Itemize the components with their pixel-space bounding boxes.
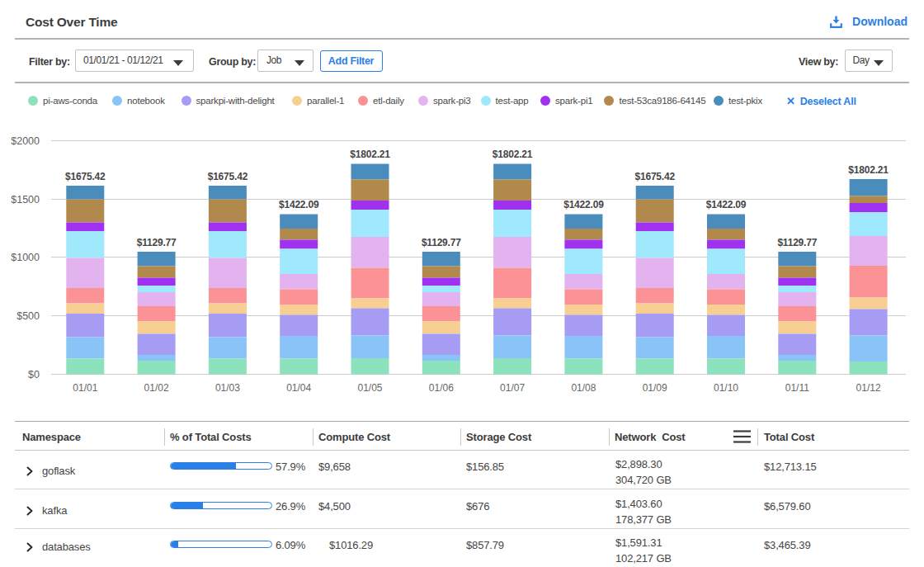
svg-text:$0: $0 [28, 369, 40, 380]
svg-text:01/07: 01/07 [500, 382, 525, 394]
svg-text:$1675.42: $1675.42 [65, 171, 106, 182]
svg-text:01/12: 01/12 [856, 382, 881, 394]
svg-text:$1802.21: $1802.21 [848, 164, 889, 176]
svg-text:$1129.77: $1129.77 [422, 237, 461, 248]
svg-text:$500: $500 [16, 310, 40, 322]
svg-text:$1500: $1500 [11, 194, 40, 206]
svg-text:$1129.77: $1129.77 [137, 237, 177, 248]
svg-text:01/01: 01/01 [73, 382, 97, 394]
svg-text:$1000: $1000 [11, 252, 40, 263]
svg-text:$2000: $2000 [11, 135, 40, 147]
svg-text:01/06: 01/06 [429, 382, 454, 394]
svg-text:01/11: 01/11 [785, 382, 809, 394]
svg-text:01/02: 01/02 [144, 382, 169, 394]
svg-text:$1422.09: $1422.09 [563, 199, 604, 210]
svg-text:$1675.42: $1675.42 [634, 171, 675, 182]
svg-text:01/04: 01/04 [286, 382, 311, 394]
svg-text:$1675.42: $1675.42 [208, 171, 248, 182]
svg-text:$1422.09: $1422.09 [706, 199, 747, 210]
svg-text:$1422.09: $1422.09 [279, 199, 319, 210]
svg-text:$1802.21: $1802.21 [493, 149, 533, 160]
svg-text:01/10: 01/10 [714, 382, 738, 394]
svg-text:01/08: 01/08 [571, 382, 596, 394]
svg-text:$1129.77: $1129.77 [777, 237, 817, 248]
svg-text:01/03: 01/03 [215, 382, 240, 394]
svg-text:01/09: 01/09 [643, 382, 667, 394]
svg-text:01/05: 01/05 [357, 382, 382, 394]
svg-text:$1802.21: $1802.21 [350, 149, 390, 160]
